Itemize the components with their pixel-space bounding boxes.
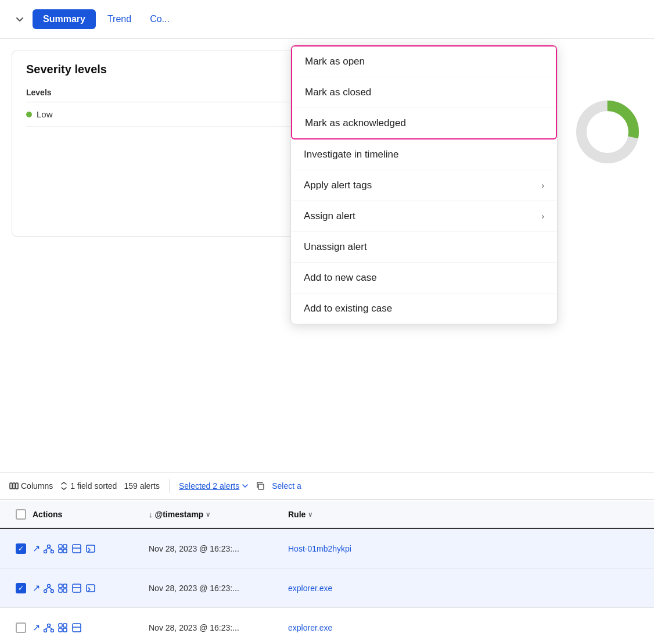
top-nav: Summary Trend Co... [0, 0, 654, 39]
svg-rect-29 [87, 585, 95, 592]
svg-rect-3 [13, 483, 15, 489]
sort-icon [60, 482, 68, 490]
table-row: ✓ ↗ Nov 28, 2023 @ 16:23:... explorer.ex… [0, 568, 654, 608]
severity-title: Severity levels [26, 63, 305, 76]
svg-point-8 [51, 550, 54, 553]
select-all-checkbox[interactable] [16, 509, 26, 520]
svg-point-31 [44, 629, 47, 632]
svg-rect-11 [59, 545, 62, 548]
submenu-chevron-assign: › [541, 212, 544, 221]
tab-trend[interactable]: Trend [100, 9, 138, 29]
svg-rect-14 [63, 549, 67, 553]
menu-item-investigate-timeline[interactable]: Investigate in timeline [291, 139, 557, 170]
donut-chart [573, 97, 642, 167]
checkbox-unchecked-3[interactable] [16, 622, 26, 633]
svg-line-21 [45, 587, 49, 589]
checkbox-checked-2[interactable]: ✓ [16, 583, 26, 593]
selected-alerts-button[interactable]: Selected 2 alerts [179, 481, 249, 491]
row-checkbox-1[interactable]: ✓ [9, 543, 33, 554]
collapse-button[interactable] [12, 11, 28, 27]
severity-dot-low [26, 112, 32, 117]
svg-rect-15 [73, 545, 81, 553]
row-rule-1[interactable]: Host-01mb2hykpi [288, 544, 645, 553]
grid-icon-1[interactable] [58, 543, 68, 554]
submenu-chevron-tags: › [541, 181, 544, 190]
th-rule[interactable]: Rule ∨ [288, 510, 645, 519]
svg-line-34 [49, 627, 52, 629]
severity-panel: Severity levels Levels Low [12, 51, 319, 237]
network-icon-2[interactable] [44, 583, 54, 593]
package-icon-1[interactable] [71, 543, 82, 554]
copy-icon [256, 481, 265, 491]
row-timestamp-2: Nov 28, 2023 @ 16:23:... [149, 584, 288, 593]
svg-line-9 [45, 548, 49, 550]
menu-item-mark-open[interactable]: Mark as open [292, 46, 556, 77]
svg-rect-27 [73, 584, 81, 592]
svg-rect-5 [258, 484, 264, 489]
svg-rect-4 [16, 483, 18, 489]
bottom-toolbar: Columns 1 field sorted 159 alerts Select… [0, 472, 654, 500]
row-timestamp-3: Nov 28, 2023 @ 16:23:... [149, 623, 288, 632]
menu-item-add-new-case[interactable]: Add to new case [291, 263, 557, 294]
severity-label-low: Low [37, 109, 53, 119]
svg-line-22 [49, 587, 52, 589]
svg-rect-35 [59, 624, 62, 627]
terminal-icon-1[interactable] [85, 543, 96, 554]
network-icon-1[interactable] [44, 543, 54, 554]
network-icon-3[interactable] [44, 622, 54, 633]
menu-item-mark-closed[interactable]: Mark as closed [292, 77, 556, 108]
svg-point-32 [51, 629, 54, 632]
expand-icon-1[interactable]: ↗ [33, 543, 40, 554]
header-checkbox-area[interactable] [9, 509, 33, 520]
svg-rect-24 [63, 584, 67, 588]
toolbar-divider [169, 479, 170, 493]
svg-line-33 [45, 627, 49, 629]
levels-header: Levels [26, 88, 305, 102]
columns-label: Columns [21, 481, 53, 491]
row-actions-3: ↗ [33, 622, 149, 633]
svg-rect-12 [63, 545, 67, 548]
expand-icon-2[interactable]: ↗ [33, 582, 40, 593]
selected-alerts-label: Selected 2 alerts [179, 481, 239, 491]
menu-item-unassign-alert[interactable]: Unassign alert [291, 232, 557, 263]
row-checkbox-3[interactable] [9, 622, 33, 633]
svg-rect-23 [59, 584, 62, 588]
row-checkbox-2[interactable]: ✓ [9, 583, 33, 593]
checkbox-checked-1[interactable]: ✓ [16, 543, 26, 554]
sort-button[interactable]: 1 field sorted [60, 481, 117, 491]
grid-icon-3[interactable] [58, 622, 68, 633]
svg-rect-37 [59, 628, 62, 632]
expand-icon-3[interactable]: ↗ [33, 622, 40, 633]
terminal-icon-2[interactable] [85, 583, 96, 593]
svg-point-30 [48, 624, 51, 627]
svg-point-18 [48, 584, 51, 587]
menu-item-add-existing-case[interactable]: Add to existing case [291, 294, 557, 324]
select-all-label[interactable]: Select a [272, 481, 301, 491]
columns-button[interactable]: Columns [9, 481, 53, 491]
tab-summary[interactable]: Summary [33, 9, 96, 29]
th-actions: Actions [33, 510, 149, 519]
grid-icon-2[interactable] [58, 583, 68, 593]
row-rule-3[interactable]: explorer.exe [288, 623, 645, 632]
row-rule-2[interactable]: explorer.exe [288, 584, 645, 593]
menu-item-mark-acknowledged[interactable]: Mark as acknowledged [292, 108, 556, 138]
menu-item-assign-alert[interactable]: Assign alert › [291, 201, 557, 232]
svg-rect-17 [87, 545, 95, 552]
tab-correlate[interactable]: Co... [143, 9, 177, 29]
level-row-low: Low [26, 102, 305, 127]
package-icon-2[interactable] [71, 583, 82, 593]
menu-item-apply-alert-tags[interactable]: Apply alert tags › [291, 170, 557, 201]
package-icon-3[interactable] [71, 622, 82, 633]
th-timestamp[interactable]: ↓ @timestamp ∨ [149, 510, 288, 519]
table-rows: ✓ ↗ Nov 28, 2023 @ 16:23:... Host-01mb2h… [0, 529, 654, 644]
svg-rect-2 [10, 483, 12, 489]
context-menu: Mark as open Mark as closed Mark as ackn… [290, 45, 558, 324]
svg-point-6 [48, 545, 51, 548]
svg-point-20 [51, 589, 54, 592]
main-content: Severity levels Levels Low Mark as open … [0, 39, 654, 644]
row-timestamp-1: Nov 28, 2023 @ 16:23:... [149, 544, 288, 553]
svg-point-7 [44, 550, 47, 553]
table-row: ✓ ↗ Nov 28, 2023 @ 16:23:... Host-01mb2h… [0, 529, 654, 568]
svg-rect-36 [63, 624, 67, 627]
svg-point-19 [44, 589, 47, 592]
